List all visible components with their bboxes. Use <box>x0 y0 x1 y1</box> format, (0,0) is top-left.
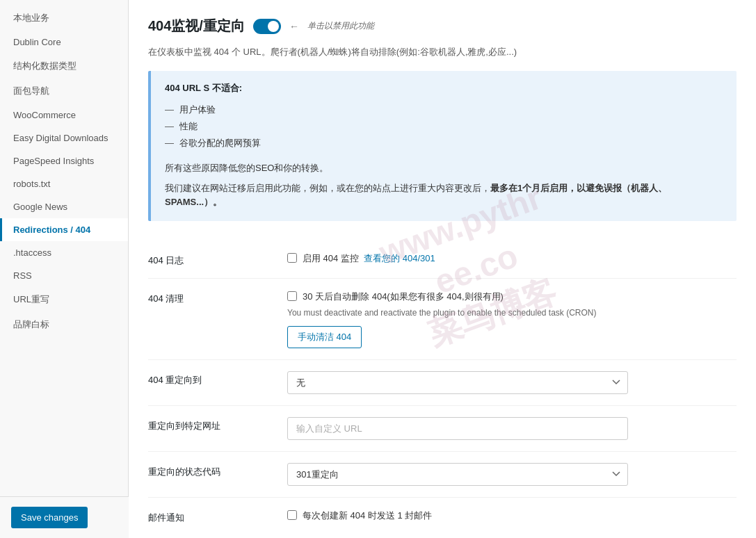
label-404-clean: 404 清理 <box>148 279 287 360</box>
sidebar-item-local-seo[interactable]: 本地业务 <box>0 6 128 31</box>
clean404-hint: You must deactivate and reactivate the p… <box>287 307 737 319</box>
field-404-clean: 30 天后自动删除 404(如果您有很多 404,则很有用) You must … <box>287 279 737 360</box>
field-redirect-to: 无主页自定义 URL <box>287 359 737 405</box>
page-title: 404监视/重定向 <box>148 17 245 35</box>
view-404-link[interactable]: 查看您的 404/301 <box>364 253 435 263</box>
sidebar-item-brand-whitelist[interactable]: 品牌白标 <box>0 312 128 337</box>
checkbox-row-email: 每次创建新 404 时发送 1 封邮件 <box>287 509 737 523</box>
sidebar-item-url-rewrite[interactable]: URL重写 <box>0 287 128 312</box>
checkbox-row-log: 启用 404 监控 查看您的 404/301 <box>287 252 737 266</box>
sidebar-item-google-news[interactable]: Google News <box>0 195 128 218</box>
sidebar: 本地业务Dublin Core结构化数据类型面包导航WooCommerceEas… <box>0 0 129 538</box>
toggle-hint: 单击以禁用此功能 <box>307 20 374 32</box>
row-redirect-code: 重定向的状态代码 301重定向302重定向307重定向 <box>148 451 737 497</box>
info-paragraph-1: 所有这些原因降低您的SEO和你的转换。 <box>165 161 723 176</box>
label-redirect-to: 404 重定向到 <box>148 359 287 405</box>
select-redirect-to[interactable]: 无主页自定义 URL <box>287 371 628 394</box>
row-redirect-url: 重定向到特定网址 <box>148 405 737 451</box>
row-404-clean: 404 清理 30 天后自动删除 404(如果您有很多 404,则很有用) Yo… <box>148 279 737 360</box>
checkbox-label-email: 每次创建新 404 时发送 1 封邮件 <box>303 509 432 523</box>
save-bar: Save changes <box>0 496 129 538</box>
main-content: www.pythree.co菜鸟博客 404监视/重定向 ← 单击以禁用此功能 … <box>129 0 756 538</box>
label-redirect-url: 重定向到特定网址 <box>148 405 287 451</box>
sidebar-item-woocommerce[interactable]: WooCommerce <box>0 104 128 127</box>
feature-toggle[interactable] <box>253 19 281 34</box>
info-list-item: 用户体验 <box>165 101 723 118</box>
checkbox-email-notify[interactable] <box>287 510 297 520</box>
label-redirect-code: 重定向的状态代码 <box>148 451 287 497</box>
field-404-log: 启用 404 监控 查看您的 404/301 <box>287 241 737 279</box>
info-list: 用户体验性能谷歌分配的爬网预算 <box>165 101 723 152</box>
settings-form: 404 日志 启用 404 监控 查看您的 404/301 404 清理 <box>148 241 737 535</box>
toggle-thumb <box>268 21 279 32</box>
toggle-arrow-icon: ← <box>289 21 299 32</box>
row-email-notify: 邮件通知 每次创建新 404 时发送 1 封邮件 <box>148 497 737 535</box>
label-email-notify: 邮件通知 <box>148 497 287 535</box>
info-list-item: 谷歌分配的爬网预算 <box>165 135 723 152</box>
info-box-title: 404 URL S 不适合: <box>165 82 723 95</box>
checkbox-log404[interactable] <box>287 253 297 263</box>
sidebar-item-breadcrumb[interactable]: 面包导航 <box>0 79 128 104</box>
row-404-log: 404 日志 启用 404 监控 查看您的 404/301 <box>148 241 737 279</box>
info-box: 404 URL S 不适合: 用户体验性能谷歌分配的爬网预算 所有这些原因降低您… <box>148 71 737 221</box>
field-redirect-code: 301重定向302重定向307重定向 <box>287 451 737 497</box>
sidebar-item-robots[interactable]: robots.txt <box>0 172 128 195</box>
checkbox-clean404[interactable] <box>287 291 297 301</box>
checkbox-label-clean404: 30 天后自动删除 404(如果您有很多 404,则很有用) <box>303 290 504 304</box>
sidebar-item-dublin-core[interactable]: Dublin Core <box>0 31 128 54</box>
save-button[interactable]: Save changes <box>11 507 88 528</box>
info-list-item: 性能 <box>165 118 723 135</box>
label-404-log: 404 日志 <box>148 241 287 279</box>
toggle-track <box>253 19 281 34</box>
field-email-notify: 每次创建新 404 时发送 1 封邮件 <box>287 497 737 535</box>
checkbox-row-clean: 30 天后自动删除 404(如果您有很多 404,则很有用) <box>287 290 737 304</box>
select-redirect-code[interactable]: 301重定向302重定向307重定向 <box>287 463 628 486</box>
page-description: 在仪表板中监视 404 个 URL。爬行者(机器人/蜘蛛)将自动排除(例如:谷歌… <box>148 45 737 60</box>
page-header: 404监视/重定向 ← 单击以禁用此功能 <box>148 17 737 35</box>
manual-clean-button[interactable]: 手动清洁 404 <box>287 326 362 348</box>
sidebar-item-htaccess[interactable]: .htaccess <box>0 241 128 264</box>
info-paragraph-2: 我们建议在网站迁移后启用此功能，例如，或在您的站点上进行重大内容更改后，最多在1… <box>165 181 723 211</box>
checkbox-label-log404: 启用 404 监控 查看您的 404/301 <box>303 252 435 266</box>
sidebar-item-pagespeed[interactable]: PageSpeed Insights <box>0 149 128 172</box>
field-redirect-url <box>287 405 737 451</box>
sidebar-item-redirections[interactable]: Redirections / 404 <box>0 218 128 241</box>
row-redirect-to: 404 重定向到 无主页自定义 URL <box>148 359 737 405</box>
sidebar-item-rss[interactable]: RSS <box>0 264 128 287</box>
sidebar-item-easy-digital[interactable]: Easy Digital Downloads <box>0 127 128 149</box>
redirect-url-input[interactable] <box>287 417 628 440</box>
sidebar-item-structured-data[interactable]: 结构化数据类型 <box>0 54 128 79</box>
